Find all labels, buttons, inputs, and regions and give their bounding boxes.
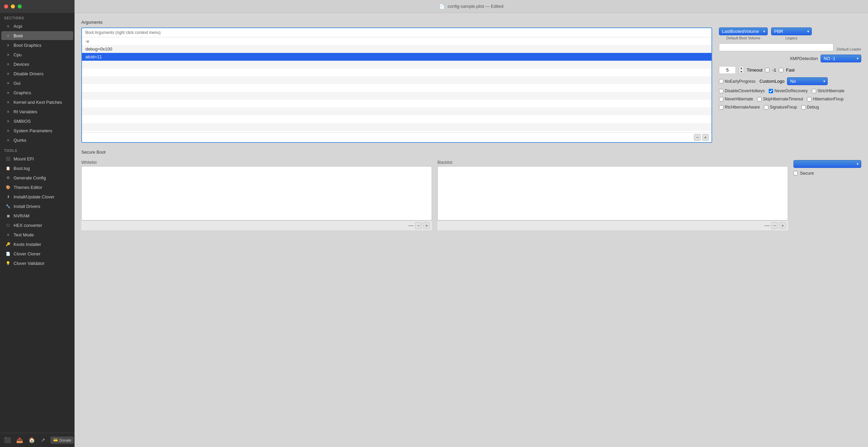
sidebar-item-themes-editor[interactable]: 🎨 Themes Editor	[1, 183, 73, 192]
whitelist-box[interactable]	[81, 166, 432, 220]
sidebar-bottom-icon-3[interactable]: 🏠	[28, 437, 35, 443]
args-item-11[interactable]	[82, 123, 711, 131]
whitelist-footer: — − +	[81, 220, 432, 230]
secure-select[interactable]	[793, 160, 861, 168]
debug-checkbox[interactable]	[801, 105, 806, 110]
sidebar-item-text-mode[interactable]: ≡ Text Mode	[1, 230, 73, 239]
rtc-hibernate-aware-item[interactable]: RtcHibernateAware	[719, 105, 760, 110]
debug-item[interactable]: Debug	[801, 105, 819, 110]
blacklist-add-button[interactable]: +	[779, 222, 786, 229]
sidebar-item-generate-config[interactable]: ⚙ Generate Config	[1, 173, 73, 182]
sidebar-item-disable-drivers[interactable]: ≡ Disable Drivers	[1, 69, 73, 78]
sidebar-bottom-icon-1[interactable]: ⬛	[4, 437, 11, 443]
legacy-select-wrapper: PBR	[771, 27, 812, 35]
sidebar-item-install-update-clover[interactable]: ⬇ Install/Update Clover	[1, 192, 73, 201]
sidebar-item-boot-graphics[interactable]: ≡ Boot Graphics	[1, 41, 73, 50]
args-remove-button[interactable]: −	[694, 134, 701, 141]
args-add-button[interactable]: +	[702, 134, 709, 141]
signature-fixup-checkbox[interactable]	[764, 105, 768, 110]
legacy-select[interactable]: PBR	[771, 27, 812, 35]
fast-minus1-checkbox[interactable]	[765, 68, 769, 72]
never-do-recovery-checkbox[interactable]	[769, 89, 773, 93]
sidebar-item-smbios[interactable]: ≡ SMBIOS	[1, 117, 73, 125]
sidebar-item-kexts-installer[interactable]: 🔑 Kexts Installer	[1, 240, 73, 249]
whitelist-remove-button[interactable]: −	[415, 222, 422, 229]
skip-hibernate-timeout-label: SkipHibernateTimeout	[763, 97, 803, 101]
sidebar-item-hex-converter[interactable]: ⬡ HEX converter	[1, 221, 73, 230]
fast-checkbox[interactable]	[779, 68, 783, 72]
args-item-5[interactable]	[82, 76, 711, 84]
args-item-4[interactable]	[82, 69, 711, 76]
skip-hibernate-timeout-checkbox[interactable]	[757, 97, 762, 101]
cloner-icon: 📄	[5, 251, 11, 256]
signature-fixup-item[interactable]: SignatureFixup	[764, 105, 797, 110]
sidebar-item-kernel-kext[interactable]: ≡ Kernel and Kext Patches	[1, 98, 73, 106]
secure-checkbox-item[interactable]: Secure	[793, 171, 861, 176]
args-item-3[interactable]	[82, 61, 711, 69]
tools-label: TOOLS	[0, 145, 75, 154]
whitelist-add-button[interactable]: +	[423, 222, 430, 229]
window-title: config-sample.plist — Edited	[448, 4, 503, 9]
sidebar-item-install-drivers[interactable]: 🔧 Install Drivers	[1, 202, 73, 211]
sidebar-bottom-icon-4[interactable]: ↗	[41, 437, 45, 443]
strict-hibernate-checkbox[interactable]	[812, 89, 816, 93]
whitelist-body	[82, 167, 432, 214]
never-hibernate-item[interactable]: NeverHibernate	[719, 97, 753, 101]
timeout-up-button[interactable]: ▲	[739, 66, 744, 70]
list-icon: ≡	[5, 23, 11, 29]
blacklist-remove-button[interactable]: −	[771, 222, 778, 229]
sidebar-item-clover-validator[interactable]: 💡 Clover Validator	[1, 259, 73, 268]
no-early-progress-checkbox[interactable]	[719, 79, 723, 83]
never-hibernate-checkbox[interactable]	[719, 97, 723, 101]
args-item-7[interactable]	[82, 92, 711, 100]
xmp-select[interactable]: NO -1	[821, 55, 861, 62]
disable-clover-hotkeys-item[interactable]: DisableCloverHotkeys	[719, 89, 765, 93]
close-button[interactable]	[4, 4, 8, 8]
disable-clover-hotkeys-checkbox[interactable]	[719, 89, 723, 93]
args-item-1[interactable]: debug=0x100	[82, 45, 711, 53]
donate-button[interactable]: 💳 Donate	[50, 436, 74, 444]
sidebar-item-gui[interactable]: ≡ Gui	[1, 79, 73, 88]
custom-logo-select[interactable]: No	[787, 77, 828, 85]
minimize-button[interactable]	[11, 4, 15, 8]
sidebar-item-graphics[interactable]: ≡ Graphics	[1, 88, 73, 97]
skip-hibernate-timeout-item[interactable]: SkipHibernateTimeout	[757, 97, 803, 101]
sidebar-item-label: Disable Drivers	[14, 71, 43, 76]
timeout-label: Timeout	[747, 67, 762, 73]
timeout-stepper: ▲ ▼	[739, 66, 744, 74]
sidebar-item-boot-log[interactable]: 📋 Boot.log	[1, 164, 73, 173]
sidebar-item-rt-variables[interactable]: ≡ Rt Variables	[1, 107, 73, 116]
args-item-9[interactable]	[82, 108, 711, 115]
sidebar-bottom-icon-2[interactable]: 📤	[16, 437, 23, 443]
sidebar-item-nvram[interactable]: ◼ NVRAM	[1, 211, 73, 220]
default-loader-input[interactable]	[719, 43, 833, 51]
sidebar-item-quirks[interactable]: ≡ Quirks	[1, 136, 73, 144]
boot-volume-select[interactable]: LastBootedVolume	[719, 27, 768, 35]
maximize-button[interactable]	[18, 4, 22, 8]
strict-hibernate-item[interactable]: StrictHibernate	[812, 89, 844, 93]
no-early-progress-item[interactable]: NoEarlyProgress	[719, 79, 756, 84]
hibernation-fixup-item[interactable]: HibernationFixup	[807, 97, 844, 101]
blacklist-box[interactable]	[437, 166, 788, 220]
rtc-hibernate-aware-checkbox[interactable]	[719, 105, 723, 110]
args-list-body[interactable]: -v debug=0x100 alcid=11	[82, 37, 711, 132]
hibernation-fixup-checkbox[interactable]	[807, 97, 811, 101]
timeout-down-button[interactable]: ▼	[739, 70, 744, 74]
args-item-2[interactable]: alcid=11	[82, 53, 711, 61]
sidebar-item-cpu[interactable]: ≡ Cpu	[1, 50, 73, 59]
blacklist-footer: — − +	[437, 220, 788, 230]
never-do-recovery-item[interactable]: NeverDoRecovery	[769, 89, 808, 93]
sidebar-item-acpi[interactable]: ≡ Acpi	[1, 22, 73, 31]
secure-checkbox[interactable]	[793, 171, 798, 175]
sidebar-item-mount-efi[interactable]: ⬛ Mount EFI	[1, 154, 73, 163]
sidebar-item-system-parameters[interactable]: ≡ System Parameters	[1, 126, 73, 135]
sidebar-item-boot[interactable]: ≡ Boot	[1, 31, 73, 40]
timeout-input[interactable]	[719, 66, 736, 74]
args-item-0[interactable]: -v	[82, 37, 711, 45]
args-item-10[interactable]	[82, 115, 711, 123]
args-item-8[interactable]	[82, 100, 711, 108]
args-item-6[interactable]	[82, 84, 711, 92]
sidebar-item-label: Kexts Installer	[14, 242, 41, 247]
sidebar-item-clover-cloner[interactable]: 📄 Clover Cloner	[1, 249, 73, 258]
sidebar-item-devices[interactable]: ≡ Devices	[1, 60, 73, 69]
